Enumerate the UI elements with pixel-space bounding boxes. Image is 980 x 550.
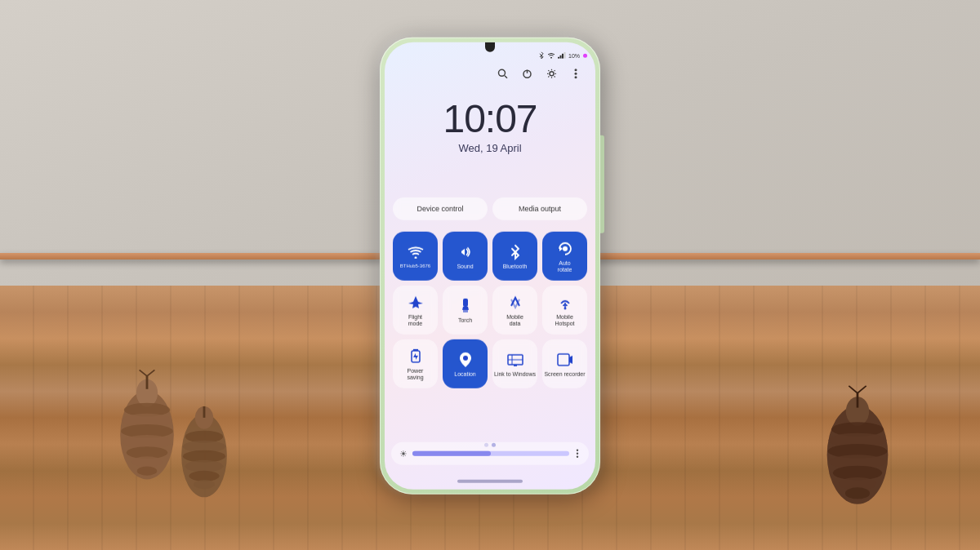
svg-point-38 [498,69,505,76]
mobiledata-tile-icon [506,292,525,312]
signal-status-icon [558,52,566,59]
wifi-tile-icon [406,242,425,262]
svg-point-61 [577,453,578,455]
svg-rect-58 [514,365,517,366]
time: 10:07 [443,100,537,139]
qs-tile-flightmode[interactable]: Flightmode [393,286,438,335]
quick-settings-grid: BTHub5-3676 Sound [391,232,589,393]
svg-rect-50 [463,310,468,313]
svg-line-19 [140,370,147,376]
svg-point-46 [414,257,416,259]
scene: 10% [0,0,980,550]
quick-settings-row-2: Flightmode Torch [391,286,589,335]
device-control-button[interactable]: Device control [393,197,488,220]
autorotate-tile-icon [555,238,575,258]
svg-rect-59 [558,354,569,366]
qs-tile-hotspot[interactable]: MobileHotspot [542,286,587,335]
qs-tile-mobiledata[interactable]: Mobiledata [492,286,537,335]
qs-tile-bluetooth[interactable]: Bluetooth [492,232,537,281]
qs-tile-torch[interactable]: Torch [443,286,488,335]
flightmode-tile-icon [406,292,425,312]
brightness-icon: ☀ [399,448,408,459]
powersaving-tile-icon [406,346,425,366]
search-icon[interactable] [494,65,510,82]
battery-percent: 10% [568,52,580,58]
autorotate-tile-label: Autorotate [558,259,572,273]
torch-tile-label: Torch [458,317,472,324]
powersaving-tile-label: Powersaving [407,367,423,381]
qs-tile-wifi[interactable]: BTHub5-3676 [393,232,438,281]
screenrecorder-tile-label: Screen recorder [544,371,585,378]
pinecone-front-left [98,362,196,485]
top-action-bar [385,65,595,82]
sound-tile-label: Sound [457,264,473,270]
quick-settings-row-1: BTHub5-3676 Sound [391,232,589,281]
settings-icon[interactable] [543,65,559,82]
pinecone-right [800,379,915,509]
svg-rect-49 [463,299,468,307]
svg-point-29 [845,487,870,499]
svg-point-60 [577,450,578,451]
time-display: 10:07 Wed, 19 April [385,100,595,154]
svg-point-7 [194,480,215,489]
qs-tile-autorotate[interactable]: Autorotate [542,232,587,281]
bluetooth-status-icon [538,51,545,60]
quick-settings-row-3: Powersaving Location [391,339,589,388]
more-options-icon[interactable] [568,65,584,82]
quick-controls-row: Device control Media output [393,197,587,220]
hotspot-tile-icon [555,292,575,312]
brightness-fill [412,451,491,456]
svg-line-31 [849,386,858,393]
phone-outer-shell: 10% [380,38,600,495]
svg-point-16 [131,456,163,467]
wifi-status-icon [547,52,555,59]
torch-tile-icon [456,296,475,316]
date: Wed, 19 April [458,142,521,154]
qs-tile-location[interactable]: Location [443,339,488,388]
svg-rect-35 [559,55,561,59]
svg-rect-34 [558,57,559,59]
qs-tile-linkwindows[interactable]: Link to Windows [492,339,537,388]
phone-notch [485,42,495,52]
svg-line-20 [147,370,154,376]
bluetooth-tile-label: Bluetooth [503,264,528,270]
location-tile-label: Location [454,371,475,378]
svg-point-54 [463,356,468,361]
svg-point-48 [563,246,568,251]
brightness-slider-row[interactable]: ☀ [391,442,589,465]
battery-dot [583,53,587,57]
mobiledata-tile-label: Mobiledata [506,313,523,327]
svg-point-62 [577,456,578,458]
screenrecorder-tile-icon [555,350,575,370]
media-output-button[interactable]: Media output [492,197,587,220]
svg-rect-36 [562,54,564,59]
navigation-bar [457,480,523,483]
location-tile-icon [456,350,475,370]
svg-point-33 [550,57,552,59]
status-icons: 10% [538,51,587,60]
flightmode-tile-label: Flightmode [408,313,423,327]
svg-line-32 [858,386,866,393]
svg-line-39 [505,75,507,78]
brightness-menu-icon[interactable] [574,449,581,459]
svg-rect-37 [564,52,565,59]
power-icon[interactable] [519,65,535,82]
qs-tile-screenrecorder[interactable]: Screen recorder [542,339,587,388]
svg-point-45 [575,76,577,78]
bluetooth-tile-icon [506,242,525,262]
linkwindows-tile-label: Link to Windows [494,371,536,378]
qs-tile-powersaving[interactable]: Powersaving [393,339,438,388]
phone: 10% [380,38,600,495]
linkwindows-tile-icon [506,350,525,370]
svg-rect-53 [413,348,418,350]
hotspot-tile-label: MobileHotspot [555,313,574,327]
wifi-tile-label: BTHub5-3676 [400,264,430,269]
svg-marker-47 [559,246,563,251]
svg-point-42 [550,71,554,75]
svg-point-44 [575,72,577,74]
svg-point-17 [137,467,157,476]
qs-tile-sound[interactable]: Sound [443,232,488,281]
sound-tile-icon [456,242,475,262]
brightness-track[interactable] [412,451,569,456]
phone-screen: 10% [385,42,595,490]
